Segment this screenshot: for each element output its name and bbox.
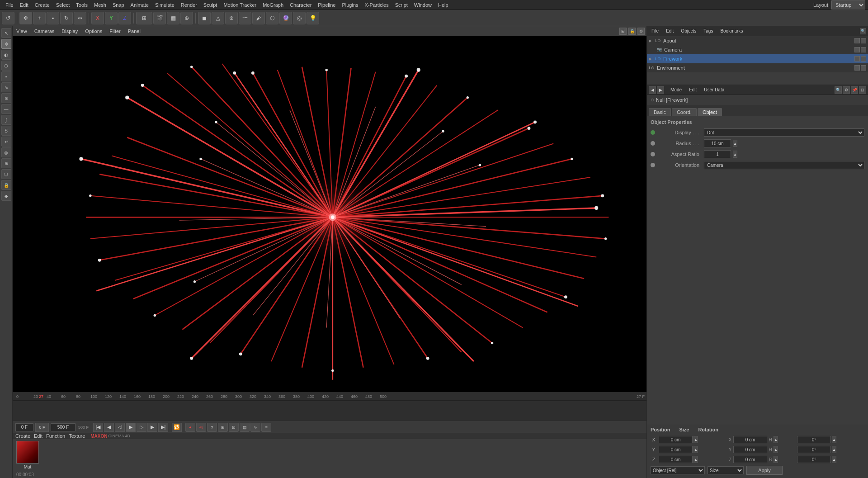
tool-paint[interactable]: ◐ <box>1 50 11 60</box>
obj-firework-lock[interactable] <box>861 56 866 62</box>
attr-maximize-btn[interactable]: ⊡ <box>859 86 866 94</box>
obj-item-about[interactable]: ▶ L⊙ About <box>647 36 868 45</box>
attr-orientation-select[interactable]: Camera World Object <box>704 161 864 169</box>
viewport-menu-options[interactable]: Options <box>83 28 104 34</box>
coord-size-y-stepper[interactable]: ▲ <box>774 446 778 453</box>
obj-tags-menu[interactable]: Tags <box>701 28 716 34</box>
coord-pos-x-stepper[interactable]: ▲ <box>693 436 698 443</box>
viewport-menu-cameras[interactable]: Cameras <box>33 28 57 34</box>
film-button[interactable]: 🎬 <box>153 12 166 24</box>
menu-animate[interactable]: Animate <box>128 1 151 9</box>
menu-xparticles[interactable]: X-Particles <box>362 1 392 9</box>
obj-file-menu[interactable]: File <box>649 28 661 34</box>
attr-aspect-enable[interactable] <box>651 152 655 156</box>
menu-mograph[interactable]: MoGraph <box>260 1 286 9</box>
tool-brush[interactable]: ◎ <box>1 147 11 157</box>
attr-radius-input[interactable] <box>704 139 731 147</box>
coord-pos-y[interactable] <box>659 446 693 453</box>
coord-rot-x[interactable] <box>797 436 831 443</box>
obj-env-lock[interactable] <box>861 65 866 71</box>
spline-button[interactable]: 〜 <box>239 12 251 24</box>
coord-size-z[interactable] <box>733 456 767 463</box>
tool-6[interactable]: — <box>1 104 11 114</box>
coord-obj-dropdown[interactable]: Object [Rel] Object [Abs] World <box>651 466 705 474</box>
coord-mode-dropdown[interactable]: Size Scale <box>708 466 744 474</box>
attr-display-select[interactable]: Dot None Lines Solid <box>704 128 864 137</box>
prev-frame-button[interactable]: ◀ <box>104 423 114 432</box>
menu-mesh[interactable]: Mesh <box>91 1 109 9</box>
coord-rot-z[interactable] <box>797 456 831 463</box>
tool-s[interactable]: S <box>1 126 11 136</box>
add-button[interactable]: + <box>33 12 46 24</box>
tool-select[interactable]: ↖ <box>1 28 11 38</box>
attr-display-enable[interactable] <box>651 130 655 135</box>
obj-search-btn[interactable]: 🔍 <box>860 28 866 34</box>
mat-create-menu[interactable]: Create <box>15 433 30 439</box>
obj-edit-menu[interactable]: Edit <box>663 28 676 34</box>
attr-aspect-input[interactable] <box>704 150 731 158</box>
x-axis-button[interactable]: X <box>91 12 104 24</box>
coord-size-x-stepper[interactable]: ▲ <box>774 436 778 443</box>
vp-lock-btn[interactable]: 🔒 <box>628 28 636 35</box>
viewport[interactable] <box>13 36 646 392</box>
vp-settings-btn[interactable]: ⚙ <box>637 28 645 35</box>
record-btn[interactable]: ● <box>185 423 195 432</box>
obj-camera-lock[interactable] <box>861 47 866 52</box>
tool-9[interactable]: ↩ <box>1 137 11 147</box>
obj-firework-vis[interactable] <box>854 56 860 62</box>
coord-pos-z[interactable] <box>659 456 693 463</box>
menu-render[interactable]: Render <box>178 1 200 9</box>
play-button[interactable]: ▶ <box>126 423 136 432</box>
attr-orientation-enable[interactable] <box>651 163 655 167</box>
coord-rot-x-stepper[interactable]: ▲ <box>832 436 836 443</box>
attr-userdata-menu[interactable]: User Data <box>701 87 727 93</box>
next-key-button[interactable]: ▷ <box>137 423 146 432</box>
auto-key-btn[interactable]: ◎ <box>196 423 206 432</box>
current-frame-input[interactable] <box>15 423 33 431</box>
coord-rot-z-stepper[interactable]: ▲ <box>832 456 836 463</box>
undo-button[interactable]: ↺ <box>2 12 14 24</box>
attr-edit-menu[interactable]: Edit <box>686 87 699 93</box>
viewport-menu-panel[interactable]: Panel <box>126 28 142 34</box>
viewport-menu-filter[interactable]: Filter <box>108 28 122 34</box>
menu-pipeline[interactable]: Pipeline <box>315 1 338 9</box>
obj-camera-vis[interactable] <box>854 47 860 52</box>
tool-5[interactable]: ⊛ <box>1 93 11 103</box>
snap-button[interactable]: ⊞ <box>136 12 152 24</box>
obj-item-camera[interactable]: 📷 Camera <box>647 45 868 54</box>
tool-11[interactable]: ⬡ <box>1 169 11 179</box>
mograph-icon-button[interactable]: 🔮 <box>279 12 292 24</box>
loop-button[interactable]: 🔁 <box>172 423 182 432</box>
timeline-btn[interactable]: ▤ <box>240 423 250 432</box>
obj-objects-menu[interactable]: Objects <box>678 28 699 34</box>
scale-button[interactable]: ⇔ <box>74 12 86 24</box>
y-axis-button[interactable]: Y <box>105 12 118 24</box>
end-frame-input[interactable] <box>51 423 75 431</box>
render-button[interactable]: ⊕ <box>180 12 193 24</box>
attr-mode-menu[interactable]: Mode <box>668 87 684 93</box>
obj-about-lock[interactable] <box>861 38 866 43</box>
particle-button[interactable]: ⊛ <box>225 12 238 24</box>
attr-tab-coord[interactable]: Coord. <box>672 108 697 116</box>
tool-magnet[interactable]: ⊕ <box>1 158 11 168</box>
rotate-button[interactable]: ↻ <box>60 12 73 24</box>
tool-12[interactable]: 🔒 <box>1 180 11 190</box>
null-button[interactable]: ◎ <box>293 12 306 24</box>
obj-env-vis[interactable] <box>854 65 860 71</box>
menu-simulate[interactable]: Simulate <box>152 1 177 9</box>
tool-13[interactable]: ◆ <box>1 191 11 201</box>
menu-window[interactable]: Window <box>411 1 434 9</box>
go-start-button[interactable]: |◀ <box>93 423 103 432</box>
obj-about-vis[interactable] <box>854 38 860 43</box>
key-info-btn[interactable]: ? <box>207 423 217 432</box>
menu-plugins[interactable]: Plugins <box>339 1 361 9</box>
coord-size-y[interactable] <box>733 446 767 453</box>
mat-function-menu[interactable]: Function <box>46 433 65 439</box>
attr-search-btn[interactable]: 🔍 <box>835 86 842 94</box>
pose-btn[interactable]: ⊡ <box>229 423 239 432</box>
attr-radius-enable[interactable] <box>651 141 655 146</box>
obj-bookmarks-menu[interactable]: Bookmarks <box>717 28 745 34</box>
prev-key-button[interactable]: ◁ <box>115 423 125 432</box>
coord-pos-x[interactable] <box>659 436 693 443</box>
obj-item-firework[interactable]: ▶ L⊙ Firework <box>647 54 868 63</box>
